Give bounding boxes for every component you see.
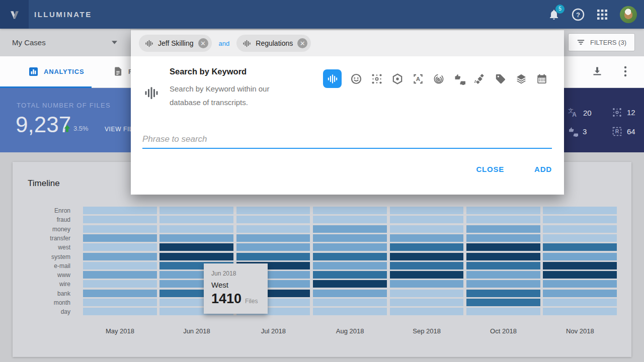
heatmap-cell[interactable] [313, 234, 387, 242]
heatmap-cell[interactable] [390, 299, 464, 306]
search-chip[interactable]: Regulations✕ [236, 35, 311, 52]
more-options-button[interactable] [619, 65, 632, 78]
heatmap-cell[interactable] [543, 207, 617, 214]
heatmap-cell[interactable] [313, 262, 387, 269]
heatmap-cell[interactable] [236, 207, 310, 214]
help-button[interactable]: ? [572, 8, 585, 21]
engine-structured-data-icon[interactable] [515, 73, 527, 85]
heatmap-cell[interactable] [390, 234, 464, 242]
heatmap-cell[interactable] [83, 290, 157, 297]
notifications-button[interactable]: 5 [547, 8, 560, 21]
engine-logo-icon[interactable] [391, 73, 404, 85]
heatmap-cell[interactable] [390, 243, 464, 251]
heatmap-cell[interactable] [466, 207, 540, 214]
heatmap-cell[interactable] [236, 234, 310, 242]
heatmap-cell[interactable] [83, 207, 157, 214]
heatmap-cell[interactable] [83, 308, 157, 315]
heatmap-cell[interactable] [543, 290, 617, 297]
phrase-search-input[interactable] [142, 131, 552, 149]
heatmap-cell[interactable] [390, 290, 464, 297]
heatmap-cell[interactable] [159, 253, 233, 260]
heatmap-cell[interactable] [543, 243, 617, 251]
heatmap-cell[interactable] [466, 216, 540, 223]
heatmap-cell[interactable] [466, 225, 540, 233]
heatmap-cell[interactable] [543, 234, 617, 242]
heatmap-cell[interactable] [390, 207, 464, 214]
heatmap-cell[interactable] [543, 216, 617, 223]
heatmap-cell[interactable] [313, 243, 387, 251]
heatmap-cell[interactable] [313, 216, 387, 223]
engine-face-icon[interactable] [350, 73, 362, 85]
heatmap-cell[interactable] [83, 280, 157, 288]
heatmap-cell[interactable] [159, 234, 233, 242]
heatmap-cell[interactable] [159, 216, 233, 223]
search-chip[interactable]: Jeff Skilling✕ [139, 35, 212, 52]
engine-fingerprint-icon[interactable] [433, 73, 445, 85]
heatmap-cell[interactable] [313, 299, 387, 306]
heatmap-cell[interactable] [83, 299, 157, 306]
heatmap-cell[interactable] [83, 216, 157, 223]
heatmap-cell[interactable] [313, 225, 387, 233]
heatmap-cell[interactable] [236, 243, 310, 251]
engine-ocr-icon[interactable]: A [412, 73, 424, 85]
heatmap-cell[interactable] [83, 225, 157, 233]
heatmap-cell[interactable] [83, 243, 157, 251]
heatmap-cell[interactable] [466, 290, 540, 297]
download-button[interactable] [591, 65, 604, 78]
filters-button[interactable]: FILTERS (3) [568, 33, 635, 51]
case-selector[interactable]: My Cases [0, 29, 131, 56]
engine-sentiment-icon[interactable] [453, 73, 465, 85]
heatmap-cell[interactable] [236, 216, 310, 223]
engine-calendar-icon[interactable] [536, 73, 548, 85]
heatmap-cell[interactable] [390, 225, 464, 233]
heatmap-cell[interactable] [390, 253, 464, 260]
heatmap-cell[interactable] [313, 253, 387, 260]
heatmap-cell[interactable] [543, 271, 617, 279]
heatmap-cell[interactable] [466, 299, 540, 306]
heatmap-cell[interactable] [236, 225, 310, 233]
heatmap-cell[interactable] [313, 207, 387, 214]
heatmap-cell[interactable] [83, 262, 157, 269]
heatmap-cell[interactable] [466, 271, 540, 279]
heatmap-cell[interactable] [543, 280, 617, 288]
heatmap-cell[interactable] [466, 280, 540, 288]
heatmap-cell[interactable] [83, 271, 157, 279]
heatmap-cell[interactable] [159, 225, 233, 233]
heatmap-cell[interactable] [390, 262, 464, 269]
heatmap-cell[interactable] [390, 216, 464, 223]
heatmap-cell[interactable] [543, 262, 617, 269]
heatmap-cell[interactable] [313, 308, 387, 315]
heatmap-cell[interactable] [159, 207, 233, 214]
heatmap-cell[interactable] [159, 243, 233, 251]
heatmap-cell[interactable] [466, 234, 540, 242]
heatmap-cell[interactable] [313, 271, 387, 279]
heatmap-cell[interactable] [466, 253, 540, 260]
engine-geolocation-icon[interactable] [474, 73, 486, 85]
heatmap-cell[interactable] [466, 308, 540, 315]
tab-analytics[interactable]: ANALYTICS [29, 56, 84, 86]
heatmap-cell[interactable] [543, 308, 617, 315]
heatmap-cell[interactable] [83, 253, 157, 260]
heatmap-cell[interactable] [313, 290, 387, 297]
heatmap-cell[interactable] [390, 280, 464, 288]
heatmap-cell[interactable] [543, 299, 617, 306]
veritone-logo[interactable] [0, 0, 29, 29]
user-avatar[interactable] [620, 6, 637, 23]
apps-grid-button[interactable] [596, 8, 609, 21]
add-button[interactable]: ADD [534, 165, 552, 173]
heatmap-cell[interactable] [313, 280, 387, 288]
engine-waveform-icon[interactable] [323, 69, 342, 88]
remove-chip-icon[interactable]: ✕ [198, 38, 208, 48]
close-button[interactable]: CLOSE [476, 165, 504, 173]
heatmap-cell[interactable] [236, 253, 310, 260]
heatmap-cell[interactable] [390, 308, 464, 315]
heatmap-cell[interactable] [83, 234, 157, 242]
heatmap-cell[interactable] [466, 262, 540, 269]
heatmap-cell[interactable] [390, 271, 464, 279]
engine-tag-icon[interactable] [495, 73, 507, 85]
heatmap-cell[interactable] [543, 253, 617, 260]
remove-chip-icon[interactable]: ✕ [297, 38, 307, 48]
heatmap-cell[interactable] [543, 225, 617, 233]
heatmap-cell[interactable] [466, 243, 540, 251]
engine-object-icon[interactable] [371, 73, 383, 85]
